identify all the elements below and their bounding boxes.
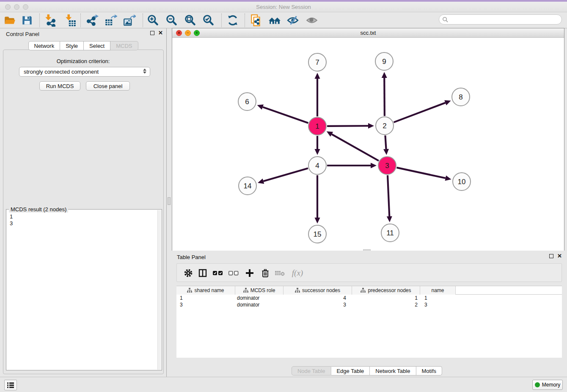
show-eye-icon[interactable]	[305, 13, 319, 28]
node-7[interactable]: 7	[308, 53, 326, 71]
edge-1-7[interactable]	[315, 73, 320, 116]
split-view-icon[interactable]	[195, 266, 210, 280]
network-view-window: ✕ − + scc.txt 1234678910111415	[172, 28, 564, 251]
attribute-hierarchy-icon	[295, 288, 300, 293]
node-label: 2	[383, 122, 386, 130]
float-panel-icon[interactable]	[150, 31, 154, 35]
node-8[interactable]: 8	[452, 88, 470, 106]
show-all-home-icon[interactable]	[267, 13, 282, 28]
cell-shared-name[interactable]: 1	[176, 295, 235, 301]
tab-edge-table[interactable]: Edge Table	[331, 366, 370, 375]
column-header-predecessor-nodes[interactable]: predecessor nodes	[352, 286, 420, 295]
hide-selected-eye-icon[interactable]	[286, 13, 300, 28]
column-header-label: successor nodes	[302, 287, 340, 293]
export-image-icon[interactable]	[122, 13, 137, 28]
cell-successor-nodes[interactable]: 3	[284, 301, 352, 308]
node-14[interactable]: 14	[239, 177, 256, 195]
main-toolbar	[0, 12, 567, 28]
memory-button[interactable]: Memory	[532, 380, 563, 390]
tab-network-table[interactable]: Network Table	[370, 366, 416, 375]
cell-MCDS-role[interactable]: dominator	[235, 301, 284, 308]
tab-style[interactable]: Style	[60, 41, 84, 50]
column-header-successor-nodes[interactable]: successor nodes	[284, 286, 352, 295]
delete-column-trash-icon[interactable]	[258, 266, 272, 280]
edge-2-8[interactable]	[394, 100, 451, 122]
tab-network[interactable]: Network	[28, 41, 60, 50]
edge-4-14[interactable]	[258, 168, 308, 184]
zoom-in-icon[interactable]	[146, 13, 160, 28]
cell-name[interactable]: 3	[420, 301, 456, 308]
edge-2-9[interactable]	[382, 72, 387, 116]
import-network-icon[interactable]	[43, 13, 57, 28]
zoom-out-icon[interactable]	[165, 13, 179, 28]
edge-3-10[interactable]	[396, 168, 451, 181]
search-input[interactable]	[449, 15, 561, 24]
network-canvas[interactable]: 1234678910111415	[172, 38, 564, 251]
open-file-icon[interactable]	[3, 13, 17, 28]
network-window-titlebar[interactable]: ✕ − + scc.txt	[172, 28, 564, 38]
node-6[interactable]: 6	[238, 93, 256, 110]
search-box[interactable]	[439, 14, 562, 25]
result-scrollbar[interactable]	[157, 210, 161, 370]
edge-3-1[interactable]	[327, 131, 379, 160]
node-15[interactable]: 15	[308, 225, 326, 243]
close-panel-icon[interactable]: ✕	[158, 31, 163, 35]
tab-select[interactable]: Select	[84, 41, 110, 50]
edge-4-3[interactable]	[327, 163, 377, 168]
column-header-name[interactable]: name	[420, 286, 456, 295]
float-table-panel-icon[interactable]	[549, 254, 553, 258]
close-panel-button[interactable]: Close panel	[86, 81, 130, 91]
cell-shared-name[interactable]: 3	[176, 301, 235, 308]
refresh-view-icon[interactable]	[226, 13, 240, 28]
edge-1-4[interactable]	[315, 136, 320, 155]
import-table-icon[interactable]	[63, 13, 77, 28]
mcds-result-list[interactable]: 1 3	[6, 211, 157, 370]
zoom-selected-icon[interactable]	[201, 13, 216, 28]
criterion-dropdown[interactable]: strongly connected component	[19, 67, 150, 77]
node-4[interactable]: 4	[308, 157, 326, 174]
column-header-label: predecessor nodes	[368, 287, 411, 293]
run-mcds-button[interactable]: Run MCDS	[39, 81, 80, 91]
memory-status-icon	[535, 382, 540, 387]
table-row[interactable]: 1dominator411	[176, 295, 562, 301]
cell-name[interactable]: 1	[420, 295, 456, 301]
select-all-columns-icon[interactable]	[211, 266, 225, 280]
cell-successor-nodes[interactable]: 4	[284, 295, 352, 301]
vertical-splitter-handle[interactable]	[168, 197, 171, 205]
node-1[interactable]: 1	[308, 117, 326, 135]
node-9[interactable]: 9	[375, 52, 393, 70]
cell-predecessor-nodes[interactable]: 1	[352, 295, 420, 301]
save-session-icon[interactable]	[20, 13, 34, 28]
edge-1-2[interactable]	[327, 123, 374, 129]
zoom-fit-icon[interactable]	[183, 13, 198, 28]
deselect-all-columns-icon[interactable]	[226, 266, 241, 280]
cell-predecessor-nodes[interactable]: 2	[352, 301, 420, 308]
edge-1-6[interactable]	[257, 105, 308, 123]
table-row[interactable]: 3dominator323	[176, 301, 562, 308]
task-history-button[interactable]	[4, 380, 17, 390]
add-column-plus-icon[interactable]	[242, 266, 257, 280]
tab-mcds[interactable]: MCDS	[110, 41, 138, 50]
tab-node-table[interactable]: Node Table	[292, 366, 331, 375]
table-settings-gear-icon[interactable]	[181, 266, 195, 280]
node-3[interactable]: 3	[378, 157, 396, 174]
column-header-shared-name[interactable]: shared name	[176, 286, 235, 295]
node-table[interactable]: shared nameMCDS rolesuccessor nodesprede…	[176, 286, 562, 358]
node-label: 3	[385, 162, 389, 170]
edge-2-3[interactable]	[383, 135, 389, 155]
node-11[interactable]: 11	[381, 224, 399, 242]
close-table-panel-icon[interactable]: ✕	[557, 254, 562, 258]
column-header-MCDS-role[interactable]: MCDS role	[235, 286, 284, 295]
cell-MCDS-role[interactable]: dominator	[235, 295, 284, 301]
edge-4-15[interactable]	[315, 175, 320, 224]
duplicate-network-icon[interactable]	[249, 13, 263, 28]
column-header-label: name	[431, 287, 444, 293]
node-label: 14	[244, 182, 252, 190]
status-bar: Memory	[0, 377, 567, 392]
export-network-icon[interactable]	[85, 13, 99, 28]
node-2[interactable]: 2	[376, 117, 394, 135]
export-table-icon[interactable]	[104, 13, 118, 28]
tab-motifs[interactable]: Motifs	[416, 366, 442, 375]
node-10[interactable]: 10	[453, 173, 471, 190]
edge-3-11[interactable]	[387, 175, 392, 222]
